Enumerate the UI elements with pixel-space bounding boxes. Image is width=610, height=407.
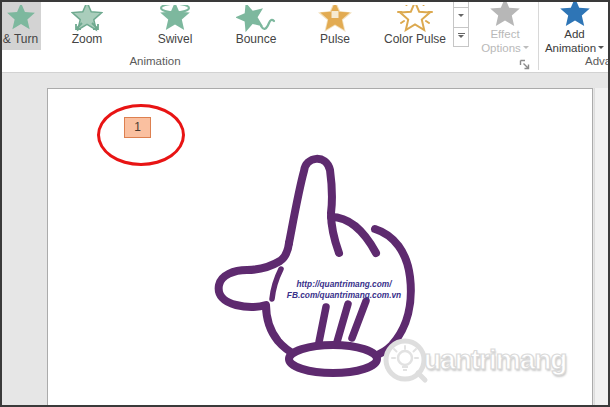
gallery-scrollbar xyxy=(453,0,469,47)
add-animation-label-line2: Animation xyxy=(545,42,596,54)
ribbon-animation-tab: & Turn Zoom xyxy=(0,0,610,73)
gallery-more-icon xyxy=(458,33,465,42)
animation-gallery-item-label: Bounce xyxy=(236,32,277,47)
hand-url-text-line2: FB.com/quantrimang.com.vn xyxy=(287,290,401,300)
animation-effects-gallery: & Turn Zoom xyxy=(0,0,455,50)
editing-canvas: 1 xyxy=(0,73,610,407)
animation-gallery-item-grow-turn[interactable]: & Turn xyxy=(0,0,41,50)
animation-gallery-item-swivel[interactable]: Swivel xyxy=(133,0,217,50)
dropdown-arrow-icon xyxy=(598,46,604,52)
animation-gallery-item-label: Color Pulse xyxy=(384,32,446,47)
watermark-quantrimang: uantrimang xyxy=(380,334,566,386)
watermark-letters: uantrimang xyxy=(424,344,566,376)
gallery-more-button[interactable] xyxy=(454,27,468,47)
blue-star-icon xyxy=(559,0,591,28)
gray-star-icon xyxy=(489,0,521,28)
hand-url-text-line1: http://quantrimang.com/ xyxy=(297,279,394,289)
effect-options-label-line1: Effect xyxy=(490,28,519,42)
powerpoint-window: & Turn Zoom xyxy=(0,0,610,407)
gold-star-pulse-icon xyxy=(295,5,375,32)
animation-gallery-item-color-pulse[interactable]: Color Pulse xyxy=(375,0,455,50)
group-separator xyxy=(538,0,539,70)
dropdown-arrow-icon xyxy=(523,46,529,52)
vertical-scrollbar[interactable] xyxy=(594,88,610,407)
animation-number-badge[interactable]: 1 xyxy=(124,117,151,138)
chevron-down-icon xyxy=(458,14,464,20)
animation-gallery-item-label: Pulse xyxy=(320,32,350,47)
advanced-animation-group-label: Adva xyxy=(585,55,610,67)
animation-gallery-item-label: Swivel xyxy=(158,32,193,47)
green-star-bounce-icon xyxy=(217,5,295,32)
animation-gallery-item-bounce[interactable]: Bounce xyxy=(217,0,295,50)
animation-gallery-item-label: & Turn xyxy=(3,32,38,47)
green-star-zoom-icon xyxy=(41,5,133,32)
slide-canvas[interactable]: 1 xyxy=(47,88,593,407)
green-star-swivel-icon xyxy=(133,5,217,32)
animation-gallery-item-label: Zoom xyxy=(72,32,103,47)
gallery-scroll-down-button[interactable] xyxy=(454,7,468,27)
add-animation-label-line1: Add xyxy=(564,28,584,42)
animation-group-label: Animation xyxy=(105,55,205,67)
animation-dialog-launcher-icon[interactable] xyxy=(518,57,531,70)
watermark-q-lightbulb-icon xyxy=(380,335,430,385)
gold-star-colorpulse-icon xyxy=(375,5,455,32)
animation-gallery-item-zoom[interactable]: Zoom xyxy=(41,0,133,50)
green-star-icon xyxy=(0,5,41,32)
effect-options-label-line2: Options xyxy=(481,42,521,54)
animation-gallery-item-pulse[interactable]: Pulse xyxy=(295,0,375,50)
